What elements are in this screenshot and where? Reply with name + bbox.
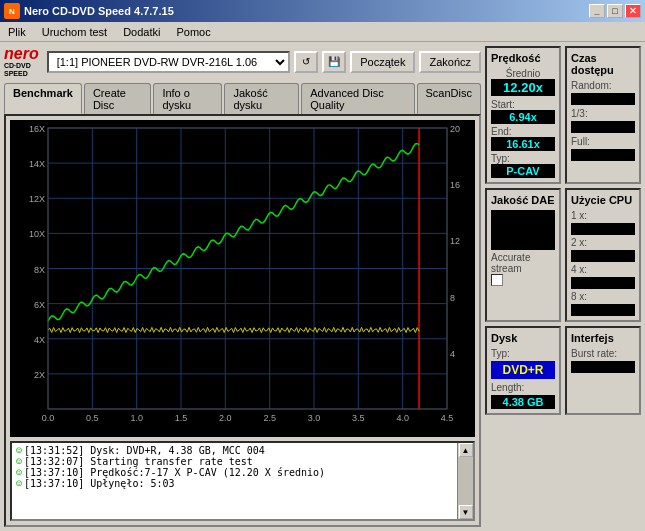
disc-type-label: Typ: (491, 348, 555, 359)
access-title: Czas dostępu (571, 52, 635, 76)
disc-title: Dysk (491, 332, 555, 344)
stream-label: stream (491, 263, 555, 274)
maximize-button[interactable]: □ (607, 4, 623, 18)
log-icon-4: ☺ (16, 478, 22, 489)
cdvd-subtitle: CD·DVDSPEED (4, 62, 31, 77)
accurate-label: Accurate (491, 252, 555, 263)
start-value: 6.94x (491, 110, 555, 124)
disc-length-label: Length: (491, 382, 555, 393)
random-value (571, 93, 635, 105)
full-label: Full: (571, 136, 635, 147)
menu-dodatki[interactable]: Dodatki (119, 24, 164, 40)
accurate-stream-checkbox[interactable] (491, 274, 503, 286)
drive-select[interactable]: [1:1] PIONEER DVD-RW DVR-216L 1.06 (47, 51, 291, 73)
menu-pomoc[interactable]: Pomoc (172, 24, 214, 40)
tab-benchmark[interactable]: Benchmark (4, 83, 82, 114)
stop-button[interactable]: Zakończ (419, 51, 481, 73)
menubar: Plik Uruchom test Dodatki Pomoc (0, 22, 645, 42)
log-area: ☺[13:31:52] Dysk: DVD+R, 4.38 GB, MCC 00… (10, 441, 475, 521)
tab-jakosc-dysku[interactable]: Jakość dysku (224, 83, 299, 114)
x4-value (571, 277, 635, 289)
tab-create-disc[interactable]: Create Disc (84, 83, 151, 114)
tab-scandisc[interactable]: ScanDisc (417, 83, 481, 114)
avg-label: Średnio (491, 68, 555, 79)
log-icon-2: ☺ (16, 456, 22, 467)
menu-plik[interactable]: Plik (4, 24, 30, 40)
access-time-stats: Czas dostępu Random: 1/3: Full: (565, 46, 641, 184)
end-value: 16.61x (491, 137, 555, 151)
avg-value: 12.20x (491, 79, 555, 96)
titlebar: N Nero CD-DVD Speed 4.7.7.15 _ □ ✕ (0, 0, 645, 22)
dae-title: Jakość DAE (491, 194, 555, 206)
tab-advanced-disc[interactable]: Advanced Disc Quality (301, 83, 414, 114)
log-line-4: [13:37:10] Upłynęło: 5:03 (24, 478, 175, 489)
minimize-button[interactable]: _ (589, 4, 605, 18)
burst-value (571, 361, 635, 373)
log-line-2: [13:32:07] Starting transfer rate test (24, 456, 253, 467)
drive-row: nero CD·DVDSPEED [1:1] PIONEER DVD-RW DV… (4, 46, 481, 77)
start-button[interactable]: Początek (350, 51, 415, 73)
cpu-stats: Użycie CPU 1 x: 2 x: 4 x: 8 x: (565, 188, 641, 322)
scroll-up[interactable]: ▲ (459, 443, 473, 457)
app-icon: N (4, 3, 20, 19)
x8-label: 8 x: (571, 291, 635, 302)
speed-stats: Prędkość Średnio 12.20x Start: 6.94x End… (485, 46, 561, 184)
interface-stats: Interfejs Burst rate: (565, 326, 641, 415)
disc-stats: Dysk Typ: DVD+R Length: 4.38 GB (485, 326, 561, 415)
window-controls: _ □ ✕ (589, 4, 641, 18)
type-label: Typ: (491, 153, 555, 164)
dae-stats: Jakość DAE Accurate stream (485, 188, 561, 322)
third-value (571, 121, 635, 133)
log-content: ☺[13:31:52] Dysk: DVD+R, 4.38 GB, MCC 00… (12, 443, 457, 519)
cpu-title: Użycie CPU (571, 194, 635, 206)
x1-label: 1 x: (571, 210, 635, 221)
log-scrollbar[interactable]: ▲ ▼ (457, 443, 473, 519)
x2-label: 2 x: (571, 237, 635, 248)
tab-info-dysku[interactable]: Info o dysku (153, 83, 222, 114)
chart-area (10, 120, 475, 437)
x2-value (571, 250, 635, 262)
end-label: End: (491, 126, 555, 137)
random-label: Random: (571, 80, 635, 91)
full-value (571, 149, 635, 161)
log-icon-1: ☺ (16, 445, 22, 456)
window-title: Nero CD-DVD Speed 4.7.7.15 (24, 5, 174, 17)
x1-value (571, 223, 635, 235)
speed-title: Prędkość (491, 52, 555, 64)
scroll-down[interactable]: ▼ (459, 505, 473, 519)
right-panel: Prędkość Średnio 12.20x Start: 6.94x End… (485, 42, 645, 531)
burst-label: Burst rate: (571, 348, 635, 359)
log-icon-3: ☺ (16, 467, 22, 478)
log-line-1: [13:31:52] Dysk: DVD+R, 4.38 GB, MCC 004 (24, 445, 265, 456)
disc-type-value: DVD+R (491, 361, 555, 379)
start-label: Start: (491, 99, 515, 110)
menu-uruchom[interactable]: Uruchom test (38, 24, 111, 40)
nero-logo: nero (4, 46, 39, 62)
close-button[interactable]: ✕ (625, 4, 641, 18)
scroll-track[interactable] (458, 457, 473, 505)
type-value: P-CAV (491, 164, 555, 178)
interface-title: Interfejs (571, 332, 635, 344)
dae-bar (491, 210, 555, 250)
reload-button[interactable]: ↺ (294, 51, 318, 73)
save-button[interactable]: 💾 (322, 51, 346, 73)
tab-bar: Benchmark Create Disc Info o dysku Jakoś… (4, 83, 481, 114)
disc-length-value: 4.38 GB (491, 395, 555, 409)
x8-value (571, 304, 635, 316)
log-line-3: [13:37:10] Prędkość:7-17 X P-CAV (12.20 … (24, 467, 325, 478)
third-label: 1/3: (571, 108, 635, 119)
x4-label: 4 x: (571, 264, 635, 275)
